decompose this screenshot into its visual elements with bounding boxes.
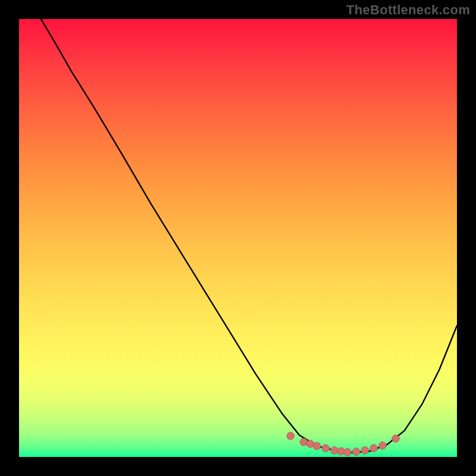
optimal-marker	[306, 440, 314, 447]
plot-area	[19, 19, 457, 457]
optimal-range-markers	[287, 432, 399, 456]
optimal-marker	[313, 442, 320, 449]
optimal-marker	[353, 448, 360, 455]
optimal-marker	[300, 439, 307, 446]
optimal-marker	[337, 447, 345, 455]
optimal-marker	[322, 444, 329, 452]
optimal-marker	[344, 449, 351, 456]
curve-svg	[19, 19, 457, 457]
optimal-marker	[361, 447, 368, 454]
optimal-marker	[370, 444, 377, 452]
optimal-marker	[379, 442, 386, 449]
optimal-marker	[331, 447, 338, 454]
optimal-marker	[392, 435, 399, 442]
chart-frame: TheBottleneck.com	[0, 0, 476, 476]
optimal-marker	[287, 432, 294, 439]
bottleneck-curve	[41, 19, 457, 453]
watermark-text: TheBottleneck.com	[346, 2, 470, 18]
